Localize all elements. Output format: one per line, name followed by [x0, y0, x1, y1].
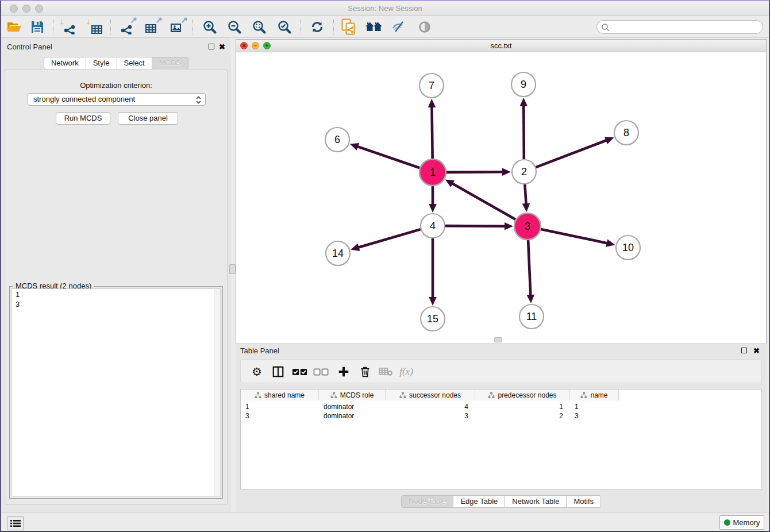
destroy-table-icon[interactable]	[376, 363, 395, 380]
close-panel-button[interactable]: Close panel	[118, 112, 178, 125]
arrowhead-icon	[606, 239, 615, 246]
zoom-selected-icon[interactable]	[276, 19, 293, 35]
cell-shared-name[interactable]: 1	[241, 402, 319, 411]
unselect-all-icon[interactable]	[312, 363, 330, 380]
memory-label: Memory	[733, 518, 760, 527]
refresh-icon[interactable]	[309, 19, 326, 35]
edge-3-1[interactable]	[451, 183, 515, 219]
tab-motifs[interactable]: Motifs	[567, 495, 601, 508]
edge-1-6[interactable]	[356, 146, 419, 168]
edge-2-9[interactable]	[523, 105, 524, 159]
edge-3-10[interactable]	[541, 229, 608, 244]
network-graph[interactable]: 7968124314101511	[236, 52, 766, 344]
mcds-panel: Optimization criterion: strongly connect…	[5, 69, 228, 505]
vertical-splitter-grip[interactable]	[229, 264, 236, 274]
column-header-successor-nodes[interactable]: successor nodes	[386, 390, 475, 400]
table-toolbar: ⚙ f(x)	[240, 359, 762, 383]
tab-network-table[interactable]: Network Table	[505, 495, 567, 508]
select-all-icon[interactable]	[291, 363, 309, 380]
import-network-icon[interactable]: ↓	[61, 19, 78, 35]
open-folder-icon[interactable]	[6, 19, 23, 35]
horizontal-splitter-grip[interactable]	[494, 337, 502, 342]
close-panel-icon[interactable]: ✖	[219, 44, 225, 50]
arrowhead-icon	[350, 143, 359, 151]
edge-1-7[interactable]	[432, 106, 432, 159]
settings-gear-icon[interactable]: ⚙	[248, 363, 266, 380]
arrowhead-icon	[505, 222, 513, 230]
float-panel-icon[interactable]	[209, 44, 214, 49]
task-history-button[interactable]	[7, 516, 24, 530]
result-scrollbar[interactable]	[214, 289, 220, 496]
table-row[interactable]: 3dominator323	[241, 411, 619, 421]
float-table-panel-icon[interactable]	[741, 348, 747, 353]
tab-network[interactable]: Network	[44, 57, 86, 70]
cell-name[interactable]: 1	[570, 402, 619, 411]
delete-column-icon[interactable]	[356, 363, 374, 380]
tab-node-table[interactable]: Node Table	[401, 495, 454, 508]
export-table-icon[interactable]: ↗	[143, 19, 160, 35]
node-label-3: 3	[525, 221, 530, 232]
table-row[interactable]: 1dominator411	[241, 402, 619, 411]
export-image-icon[interactable]: ↗	[168, 19, 186, 35]
edge-2-3[interactable]	[525, 184, 526, 205]
cell-MCDS-role[interactable]: dominator	[319, 402, 386, 411]
network-window: ✕ − + scc.txt 7968124314101511	[236, 39, 767, 344]
tab-select[interactable]: Select	[117, 57, 152, 70]
function-builder-icon[interactable]: f(x)	[397, 363, 415, 380]
edge-4-3[interactable]	[445, 226, 506, 226]
cell-predecessor-nodes[interactable]: 2	[475, 411, 570, 421]
zoom-fit-icon[interactable]	[251, 19, 268, 35]
cell-successor-nodes[interactable]: 4	[386, 402, 475, 411]
result-line: 3	[12, 299, 220, 309]
arrowhead-icon	[351, 244, 360, 251]
column-header-shared-name[interactable]: shared name	[241, 390, 319, 400]
save-icon[interactable]	[29, 19, 46, 35]
column-header-name[interactable]: name	[570, 390, 619, 400]
cell-MCDS-role[interactable]: dominator	[319, 411, 386, 421]
node-label-6: 6	[334, 134, 340, 145]
edge-3-11[interactable]	[528, 240, 530, 296]
zoom-in-icon[interactable]	[201, 19, 218, 35]
cell-predecessor-nodes[interactable]: 1	[475, 402, 570, 411]
table-header-row: shared nameMCDS rolesuccessor nodesprede…	[241, 390, 619, 400]
import-arrow-icon: ↓	[60, 17, 64, 25]
clone-network-icon[interactable]	[340, 19, 357, 35]
control-panel-tabs: NetworkStyleSelectMCDS	[1, 57, 231, 70]
column-panel-icon[interactable]	[269, 363, 287, 380]
mcds-result-list[interactable]: 13	[11, 288, 221, 496]
column-header-MCDS-role[interactable]: MCDS role	[319, 390, 386, 400]
node-table[interactable]: shared nameMCDS rolesuccessor nodesprede…	[240, 389, 762, 489]
tab-style[interactable]: Style	[86, 57, 117, 70]
add-column-icon[interactable]	[334, 363, 353, 380]
edge-4-14[interactable]	[357, 229, 421, 248]
column-header-predecessor-nodes[interactable]: predecessor nodes	[475, 390, 570, 400]
edge-2-8[interactable]	[536, 140, 608, 167]
tab-edge-table[interactable]: Edge Table	[453, 495, 505, 508]
search-input[interactable]	[612, 21, 759, 33]
arrowhead-icon	[502, 168, 511, 176]
window-titlebar: Session: New Session	[1, 1, 769, 16]
table-panel-title: Table Panel	[240, 346, 279, 355]
export-arrow-icon: ↗	[130, 16, 137, 24]
fx-label: f(x)	[399, 366, 413, 377]
list-icon	[10, 519, 21, 527]
close-table-panel-icon[interactable]: ✖	[753, 348, 760, 354]
render-detail-icon[interactable]	[416, 19, 433, 35]
hide-eye-icon[interactable]	[390, 19, 407, 35]
cell-shared-name[interactable]: 3	[241, 411, 319, 421]
edge-1-2[interactable]	[446, 172, 504, 172]
home-icon[interactable]	[365, 19, 383, 35]
network-canvas[interactable]: 7968124314101511	[236, 52, 766, 344]
run-mcds-button[interactable]: Run MCDS	[56, 112, 110, 125]
toolbar-separator	[110, 20, 111, 34]
cell-successor-nodes[interactable]: 3	[386, 411, 475, 421]
import-table-icon[interactable]: ↓	[87, 19, 105, 35]
export-network-icon[interactable]: ↗	[118, 19, 135, 35]
column-header-label: successor nodes	[409, 391, 461, 399]
cell-name[interactable]: 3	[570, 411, 619, 421]
memory-button[interactable]: Memory	[719, 515, 764, 530]
zoom-out-icon[interactable]	[226, 19, 243, 35]
tab-mcds[interactable]: MCDS	[152, 57, 188, 70]
criterion-dropdown[interactable]: strongly connected component	[28, 93, 206, 106]
arrowhead-icon	[519, 98, 528, 106]
